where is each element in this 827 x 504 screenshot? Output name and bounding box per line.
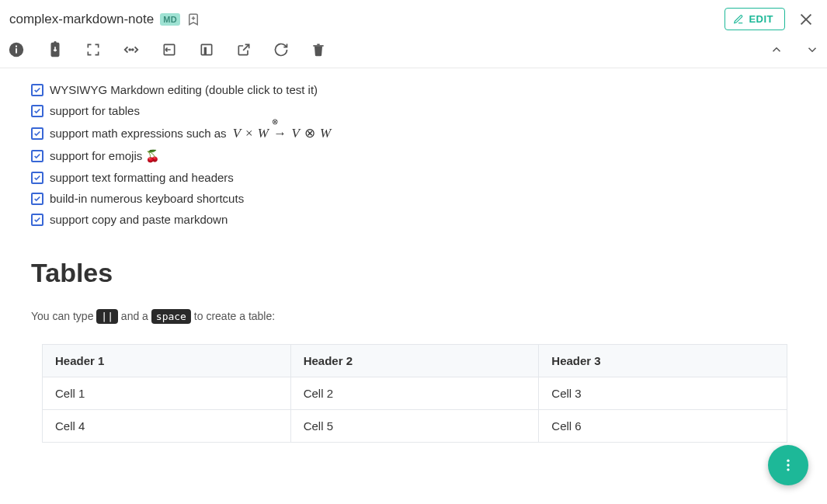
table-row: Header 1 Header 2 Header 3 (43, 345, 787, 377)
checklist-item: support copy and paste markdown (31, 209, 811, 230)
hint-text: and a (118, 310, 151, 322)
checkbox-checked-icon[interactable] (31, 105, 43, 117)
more-vertical-icon (780, 457, 796, 473)
checkbox-checked-icon[interactable] (31, 84, 43, 96)
checkbox-checked-icon[interactable] (31, 150, 43, 162)
chevron-up-icon[interactable] (770, 43, 784, 57)
checklist-item: support for emojis 🍒 (31, 145, 811, 167)
filetype-badge: MD (160, 13, 180, 26)
edit-button-label: EDIT (749, 13, 773, 25)
table-cell: Cell 5 (290, 410, 539, 443)
checklist-item: WYSIWYG Markdown editing (double click t… (31, 79, 811, 100)
svg-point-8 (132, 49, 134, 50)
open-external-icon[interactable] (236, 42, 252, 57)
table-head: Header 1 Header 2 Header 3 (43, 345, 787, 377)
table-body: Cell 1 Cell 2 Cell 3 Cell 4 Cell 5 Cell … (43, 377, 787, 443)
checklist-item-label: WYSIWYG Markdown editing (double click t… (50, 83, 318, 96)
table-header-cell: Header 1 (43, 345, 291, 377)
math-expression: V × W →⊗ V ⊗ W (233, 125, 332, 141)
tables-hint: You can type || and a space to create a … (31, 310, 811, 322)
hint-text: You can type (31, 310, 96, 322)
example-table: Header 1 Header 2 Header 3 Cell 1 Cell 2… (42, 344, 787, 443)
svg-rect-6 (16, 46, 17, 47)
kbd-space: space (151, 309, 191, 324)
toolbar (0, 36, 827, 68)
close-button[interactable] (797, 11, 815, 28)
checklist-item-label: support for tables (50, 104, 140, 117)
checkbox-checked-icon[interactable] (31, 193, 43, 205)
trash-icon[interactable] (311, 42, 326, 57)
info-icon[interactable] (8, 41, 25, 58)
titlebar: complex-markdown-note MD EDIT (0, 0, 827, 36)
chevron-down-icon[interactable] (805, 43, 819, 57)
import-icon[interactable] (162, 42, 177, 57)
checklist-item-label: support text formatting and headers (50, 171, 234, 184)
checkbox-checked-icon[interactable] (31, 127, 43, 140)
section-heading: Tables (31, 258, 811, 288)
refresh-icon[interactable] (273, 42, 289, 57)
checklist-item: support for tables (31, 100, 811, 121)
edit-button[interactable]: EDIT (724, 8, 785, 30)
bookmark-add-icon[interactable] (186, 12, 200, 26)
table-header-cell: Header 3 (539, 345, 787, 377)
table-cell: Cell 6 (539, 410, 787, 443)
document-content: WYSIWYG Markdown editing (double click t… (0, 68, 827, 474)
hint-text: to create a table: (191, 310, 275, 322)
checklist-item-label: support for emojis 🍒 (50, 149, 160, 163)
table-cell: Cell 4 (43, 410, 291, 443)
table-header-cell: Header 2 (290, 345, 539, 377)
document-title: complex-markdown-note (9, 12, 154, 27)
table-cell: Cell 3 (539, 377, 787, 410)
layout-icon[interactable] (199, 42, 214, 57)
checklist-item: build-in numerous keyboard shortcuts (31, 188, 811, 209)
checklist-item: support text formatting and headers (31, 167, 811, 188)
clipboard-download-icon[interactable] (47, 41, 64, 58)
kbd-pipes: || (96, 309, 118, 324)
checkbox-checked-icon[interactable] (31, 172, 43, 184)
checklist-item-label: support copy and paste markdown (50, 213, 228, 226)
code-icon[interactable] (123, 41, 140, 58)
svg-point-7 (129, 49, 130, 50)
checkbox-checked-icon[interactable] (31, 214, 43, 226)
checklist-item-label: support math expressions such as (50, 127, 227, 140)
svg-point-12 (787, 460, 789, 462)
checklist-item-label: build-in numerous keyboard shortcuts (50, 192, 244, 205)
svg-point-13 (787, 464, 789, 466)
table-row: Cell 4 Cell 5 Cell 6 (43, 410, 787, 443)
fullscreen-icon[interactable] (85, 42, 101, 57)
svg-point-14 (787, 468, 789, 471)
svg-rect-11 (204, 47, 207, 55)
feature-checklist: WYSIWYG Markdown editing (double click t… (31, 79, 811, 230)
table-cell: Cell 1 (43, 377, 291, 410)
table-row: Cell 1 Cell 2 Cell 3 (43, 377, 787, 410)
svg-rect-5 (16, 48, 17, 53)
checklist-item: support math expressions such as V × W →… (31, 121, 811, 145)
table-cell: Cell 2 (290, 377, 539, 410)
